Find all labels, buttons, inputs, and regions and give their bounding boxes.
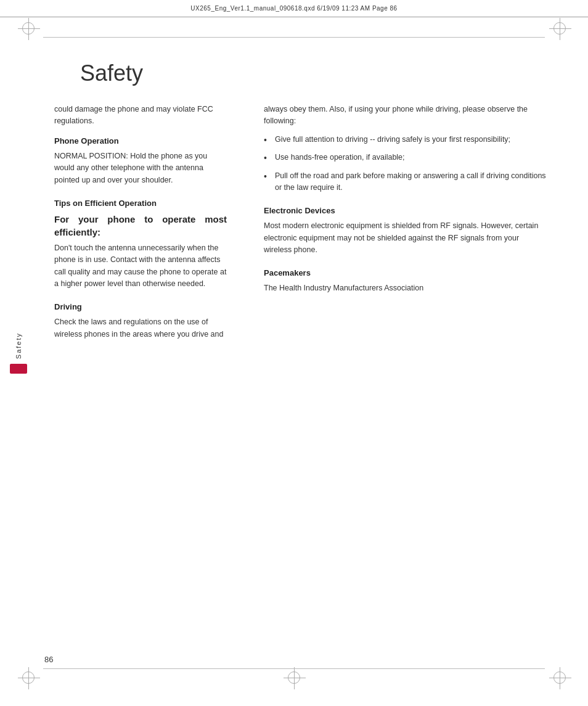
bullet-item-1: Give full attention to driving -- drivin… bbox=[264, 134, 546, 146]
rule-bottom bbox=[43, 668, 545, 669]
tips-body: Don't touch the antenna unnecessarily wh… bbox=[54, 242, 227, 290]
pacemakers-body: The Health Industry Manufacturers Associ… bbox=[264, 282, 546, 294]
reg-mark-bottom-center bbox=[288, 671, 300, 684]
bullet-item-2: Use hands-free operation, if available; bbox=[264, 152, 546, 163]
columns: could damage the phone and may violate F… bbox=[54, 104, 546, 347]
phone-operation-body: NORMAL POSITION: Hold the phone as you w… bbox=[54, 150, 227, 186]
reg-mark-top-right bbox=[553, 22, 566, 35]
tips-intro-bold: For your phone to operate most efficient… bbox=[54, 213, 227, 239]
tips-heading: Tips on Efficient Operation bbox=[54, 199, 227, 208]
bullet-list: Give full attention to driving -- drivin… bbox=[264, 134, 546, 194]
bullet-item-3: Pull off the road and park before making… bbox=[264, 170, 546, 194]
left-intro-text: could damage the phone and may violate F… bbox=[54, 104, 227, 128]
sidebar-accent bbox=[10, 364, 27, 374]
driving-heading: Driving bbox=[54, 302, 227, 311]
right-column: always obey them. Also, if using your ph… bbox=[245, 104, 546, 347]
right-intro-text: always obey them. Also, if using your ph… bbox=[264, 104, 546, 128]
page-title: Safety bbox=[80, 60, 546, 86]
reg-mark-bottom-right bbox=[553, 671, 566, 684]
sidebar-label: Safety bbox=[15, 332, 22, 359]
header-text: UX265_Eng_Ver1.1_manual_090618.qxd 6/19/… bbox=[190, 5, 397, 12]
reg-mark-top-left bbox=[22, 22, 35, 35]
reg-mark-bottom-left bbox=[22, 671, 35, 684]
left-column: could damage the phone and may violate F… bbox=[54, 104, 245, 347]
sidebar: Safety bbox=[0, 37, 37, 669]
phone-operation-heading: Phone Operation bbox=[54, 136, 227, 146]
driving-body: Check the laws and regulations on the us… bbox=[54, 316, 227, 340]
electronic-devices-heading: Electronic Devices bbox=[264, 206, 546, 215]
pacemakers-heading: Pacemakers bbox=[264, 268, 546, 277]
electronic-devices-body: Most modern electronic equipment is shie… bbox=[264, 220, 546, 256]
header-bar: UX265_Eng_Ver1.1_manual_090618.qxd 6/19/… bbox=[0, 0, 588, 17]
main-content: Safety could damage the phone and may vi… bbox=[42, 42, 546, 664]
page-container: UX265_Eng_Ver1.1_manual_090618.qxd 6/19/… bbox=[0, 0, 588, 706]
rule-top bbox=[43, 37, 545, 38]
